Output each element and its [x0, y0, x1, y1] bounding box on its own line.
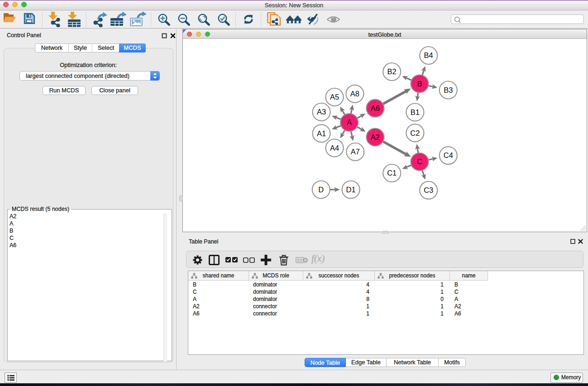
svg-text:C3: C3	[424, 186, 433, 194]
svg-text:A2: A2	[371, 133, 380, 141]
svg-text:A1: A1	[317, 129, 326, 138]
svg-text:A5: A5	[330, 93, 339, 101]
svg-text:C4: C4	[444, 151, 453, 159]
svg-text:B: B	[417, 80, 422, 88]
svg-text:B2: B2	[387, 67, 397, 76]
svg-text:B4: B4	[424, 51, 433, 59]
svg-text:B3: B3	[444, 86, 453, 94]
svg-text:A7: A7	[351, 148, 360, 156]
svg-text:A3: A3	[317, 108, 326, 116]
svg-text:D: D	[318, 186, 324, 194]
svg-text:A4: A4	[330, 144, 339, 152]
svg-text:A6: A6	[371, 104, 380, 112]
svg-text:A8: A8	[350, 90, 359, 98]
svg-text:B1: B1	[411, 108, 420, 116]
svg-text:D1: D1	[346, 186, 356, 194]
svg-text:C2: C2	[410, 129, 420, 137]
svg-text:C1: C1	[387, 169, 397, 177]
svg-text:C: C	[417, 157, 422, 166]
svg-text:A: A	[347, 118, 352, 126]
